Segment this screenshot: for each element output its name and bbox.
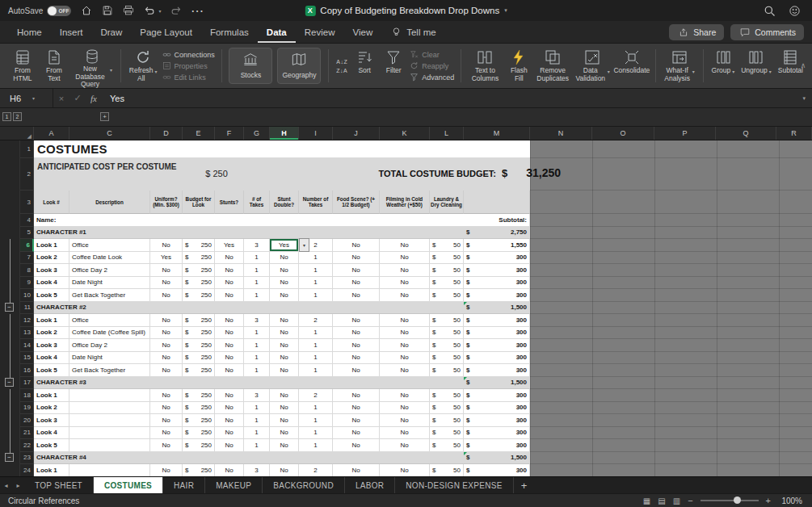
stunts-cell[interactable]: No: [215, 427, 244, 440]
uniform-cell[interactable]: Yes: [150, 252, 183, 265]
outline-level-2-button[interactable]: 2: [13, 112, 22, 121]
look-cell[interactable]: Look 4: [34, 427, 69, 440]
uniform-cell[interactable]: No: [150, 314, 183, 327]
food-scene-cell[interactable]: No: [333, 427, 380, 440]
home-icon[interactable]: [80, 5, 92, 17]
description-cell[interactable]: Office Day 2: [69, 339, 150, 352]
uniform-cell[interactable]: No: [150, 339, 183, 352]
add-sheet-button[interactable]: +: [514, 477, 535, 493]
undo-icon[interactable]: [143, 5, 155, 17]
column-group-expand-button[interactable]: +: [100, 112, 109, 121]
cold-weather-cell[interactable]: No: [380, 352, 430, 365]
cold-weather-cell[interactable]: No: [380, 339, 430, 352]
look-cell[interactable]: Look 1: [34, 389, 69, 402]
stunts-cell[interactable]: No: [215, 352, 244, 365]
validation-dropdown-button[interactable]: ▾: [299, 238, 309, 252]
subtotal-cell[interactable]: $300: [464, 402, 530, 415]
redo-icon[interactable]: [170, 5, 182, 17]
tabs-scroll-left-icon[interactable]: ◂: [0, 477, 12, 493]
stunts-cell[interactable]: Yes: [215, 239, 244, 252]
uniform-cell[interactable]: No: [150, 239, 183, 252]
stunt-double-cell[interactable]: No: [270, 252, 299, 265]
look-cell[interactable]: Look 1: [34, 239, 69, 252]
character-subtotal[interactable]: $1,500: [464, 377, 530, 390]
number-takes-cell[interactable]: 1: [299, 427, 333, 440]
data-validation-button[interactable]: Data Validation▾: [572, 45, 613, 86]
food-scene-cell[interactable]: No: [333, 289, 380, 302]
cold-weather-cell[interactable]: No: [380, 427, 430, 440]
sheet-tab-labor[interactable]: LABOR: [345, 477, 395, 493]
column-header-D[interactable]: D: [150, 127, 183, 140]
laundry-cell[interactable]: $50: [430, 314, 464, 327]
row-header-16[interactable]: 16: [20, 364, 34, 377]
collapse-group-2-button[interactable]: −: [5, 378, 14, 387]
row-header-18[interactable]: 18: [20, 389, 34, 402]
food-scene-cell[interactable]: No: [333, 402, 380, 415]
column-header-P[interactable]: P: [654, 127, 716, 140]
cold-weather-cell[interactable]: No: [380, 439, 430, 452]
stunt-double-cell[interactable]: No: [270, 439, 299, 452]
advanced-filter-button[interactable]: Advanced: [410, 73, 454, 82]
stunt-double-cell[interactable]: No: [270, 289, 299, 302]
look-cell[interactable]: Look 1: [34, 314, 69, 327]
number-takes-cell[interactable]: 1: [299, 289, 333, 302]
undo-caret-icon[interactable]: ▾: [158, 8, 161, 14]
stunt-double-cell[interactable]: No: [270, 389, 299, 402]
takes-cell[interactable]: 1: [244, 264, 270, 277]
laundry-cell[interactable]: $50: [430, 289, 464, 302]
stunt-double-cell[interactable]: No: [270, 427, 299, 440]
ribbon-tab-home[interactable]: Home: [8, 21, 51, 43]
takes-cell[interactable]: 1: [244, 414, 270, 427]
outline-level-1-button[interactable]: 1: [2, 112, 11, 121]
cold-weather-cell[interactable]: No: [380, 464, 430, 476]
document-title[interactable]: X Copy of Budgeting Breakdown Drop Downs…: [305, 0, 507, 21]
look-cell[interactable]: Look 3: [34, 264, 69, 277]
zoom-slider-knob[interactable]: [734, 497, 741, 504]
row-header-11[interactable]: 11: [20, 302, 34, 315]
uniform-cell[interactable]: No: [150, 389, 183, 402]
row-header-21[interactable]: 21: [20, 427, 34, 440]
ribbon-tab-draw[interactable]: Draw: [91, 21, 131, 43]
stunt-double-cell[interactable]: Yes▾: [270, 239, 299, 252]
column-header-J[interactable]: J: [333, 127, 380, 140]
budget-cell[interactable]: $250: [183, 464, 215, 476]
share-button[interactable]: Share: [669, 24, 724, 40]
takes-cell[interactable]: 3: [244, 314, 270, 327]
column-header-Q[interactable]: Q: [716, 127, 776, 140]
description-cell[interactable]: Date Night: [69, 352, 150, 365]
cold-weather-cell[interactable]: No: [380, 389, 430, 402]
food-scene-cell[interactable]: No: [333, 277, 380, 290]
uniform-cell[interactable]: No: [150, 464, 183, 476]
look-cell[interactable]: Look 2: [34, 402, 69, 415]
sheet-tab-hair[interactable]: HAIR: [163, 477, 205, 493]
stunts-cell[interactable]: No: [215, 389, 244, 402]
refresh-all-button[interactable]: Refresh All▾: [126, 45, 161, 86]
ribbon-tab-formulas[interactable]: Formulas: [201, 21, 258, 43]
row-header-3[interactable]: 3: [20, 191, 34, 214]
autosave-switch[interactable]: OFF: [47, 6, 71, 16]
budget-cell[interactable]: $250: [183, 252, 215, 265]
number-takes-cell[interactable]: 1: [299, 277, 333, 290]
ungroup-button[interactable]: Ungroup▾: [738, 45, 775, 86]
row-header-24[interactable]: 24: [20, 464, 34, 476]
edit-links-button[interactable]: Edit Links: [162, 73, 215, 82]
cold-weather-cell[interactable]: No: [380, 252, 430, 265]
select-all-corner[interactable]: ◢: [0, 127, 34, 140]
stunt-double-cell[interactable]: No: [270, 352, 299, 365]
comments-button[interactable]: Comments: [730, 24, 804, 40]
row-header-22[interactable]: 22: [20, 439, 34, 452]
stunt-double-cell[interactable]: No: [270, 464, 299, 476]
description-cell[interactable]: [69, 414, 150, 427]
budget-cell[interactable]: $250: [183, 402, 215, 415]
customize-toolbar-icon[interactable]: ⋯: [191, 5, 203, 17]
character-subtotal[interactable]: $2,750: [464, 227, 530, 240]
look-cell[interactable]: Look 4: [34, 277, 69, 290]
look-cell[interactable]: Look 2: [34, 327, 69, 340]
name-box-caret-icon[interactable]: ▾: [32, 95, 35, 101]
stunts-cell[interactable]: No: [215, 327, 244, 340]
tabs-scroll-right-icon[interactable]: ▸: [12, 477, 24, 493]
stunt-double-cell[interactable]: No: [270, 314, 299, 327]
number-takes-cell[interactable]: 1: [299, 352, 333, 365]
takes-cell[interactable]: 1: [244, 277, 270, 290]
stunt-double-cell[interactable]: No: [270, 327, 299, 340]
